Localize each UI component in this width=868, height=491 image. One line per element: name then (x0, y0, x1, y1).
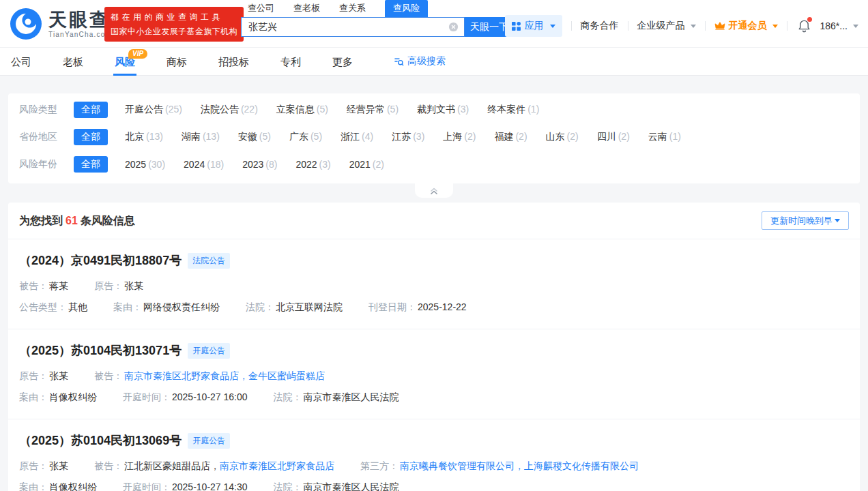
case-field: 公告类型：其他 (19, 300, 87, 314)
filter-option[interactable]: 裁判文书(3) (417, 104, 469, 116)
case-type-badge: 开庭公告 (188, 433, 230, 449)
enterprise-products-menu[interactable]: 企业级产品 (637, 20, 696, 32)
nav-item[interactable]: 专利 (280, 48, 301, 76)
filter-option[interactable]: 2024(18) (184, 159, 224, 170)
nav-item[interactable]: 更多 (332, 48, 353, 76)
filter-option-name: 2024 (184, 159, 205, 170)
filter-option[interactable]: 北京(13) (125, 131, 163, 143)
search-tabs: 查公司查老板查关系查风险 (241, 2, 514, 17)
filter-option[interactable]: 全部 (74, 102, 108, 118)
result-title-row: （2024）京0491民初18807号法院公告 (19, 252, 849, 269)
field-value-text: 蒋某 (49, 280, 68, 291)
filter-option[interactable]: 全部 (74, 129, 108, 145)
main-nav-items: 公司老板风险VIP商标招投标专利更多 (11, 48, 384, 76)
result-item: （2025）苏0104民初13071号开庭公告原告：张某被告：南京市秦淮区北野家… (8, 329, 860, 419)
divider (705, 21, 706, 31)
search-tab[interactable]: 查公司 (248, 2, 274, 17)
case-field: 案由：肖像权纠纷 (19, 480, 97, 491)
filter-option[interactable]: 2025(30) (125, 159, 165, 170)
filter-option[interactable]: 终本案件(1) (487, 104, 539, 116)
filter-option[interactable]: 全部 (74, 156, 108, 173)
business-cooperation-link[interactable]: 商务合作 (581, 20, 619, 32)
results-header: 为您找到61条风险信息 更新时间晚到早 (8, 203, 860, 239)
case-field: 开庭时间：2025-10-27 14:30 (123, 480, 248, 491)
filter-option[interactable]: 2023(8) (242, 159, 277, 170)
notifications-bell-icon[interactable] (798, 19, 811, 33)
filter-option[interactable]: 四川(2) (597, 131, 630, 143)
brand-domain: TianYanCha.com (48, 30, 112, 39)
filter-option[interactable]: 安徽(5) (238, 131, 271, 143)
main-content: 风险类型全部开庭公告(25)法院公告(22)立案信息(5)经营异常(5)裁判文书… (0, 76, 868, 491)
case-field: 开庭时间：2025-10-27 16:00 (123, 390, 248, 404)
result-item: （2025）苏0104民初13069号开庭公告原告：张某被告：江北新区豪姐甜品店… (8, 419, 860, 491)
filter-option[interactable]: 浙江(4) (341, 131, 373, 143)
filter-row: 省份地区全部北京(13)湖南(13)安徽(5)广东(5)浙江(4)江苏(3)上海… (19, 123, 849, 151)
filter-option-name: 四川 (597, 131, 616, 142)
case-field: 被告：南京市秦淮区北野家食品店，金牛区蜜屿蛋糕店 (94, 369, 325, 383)
company-link[interactable]: 南京曦冉餐饮管理有限公司，上海麒稷文化传播有限公司 (400, 460, 639, 471)
apps-menu[interactable]: 应用 (505, 15, 562, 37)
search-tab[interactable]: 查老板 (293, 2, 320, 17)
open-membership-menu[interactable]: 开通会员 (714, 20, 778, 32)
filter-option[interactable]: 经营异常(5) (347, 104, 399, 116)
filter-option[interactable]: 广东(5) (289, 131, 322, 143)
search-tab[interactable]: 查风险 (385, 0, 428, 17)
filter-option-name: 广东 (289, 131, 308, 142)
filter-option-name: 全部 (81, 104, 100, 115)
filter-option-count: (22) (241, 104, 258, 115)
filter-option-name: 浙江 (341, 131, 360, 142)
filter-option-count: (2) (373, 159, 384, 170)
nav-item[interactable]: 商标 (167, 48, 187, 76)
filter-option-count: (3) (319, 159, 331, 170)
nav-item[interactable]: 老板 (63, 48, 83, 76)
filter-option-count: (30) (148, 159, 165, 170)
filter-option[interactable]: 2021(2) (349, 159, 384, 170)
filter-option[interactable]: 云南(1) (648, 131, 681, 143)
field-label: 第三方： (360, 460, 399, 471)
collapse-filters-button[interactable] (415, 183, 453, 198)
results-panel: 为您找到61条风险信息 更新时间晚到早 （2024）京0491民初18807号法… (8, 203, 860, 491)
filter-option[interactable]: 法院公告(22) (201, 104, 258, 116)
account-menu[interactable]: 186*... (820, 20, 858, 31)
filter-option[interactable]: 湖南(13) (182, 131, 220, 143)
case-number[interactable]: （2025）苏0104民初13069号 (19, 432, 182, 449)
search-input[interactable] (241, 17, 465, 37)
sort-order-button[interactable]: 更新时间晚到早 (762, 211, 849, 230)
field-row: 案由：肖像权纠纷开庭时间：2025-10-27 14:30法院：南京市秦淮区人民… (19, 480, 849, 491)
case-number[interactable]: （2025）苏0104民初13071号 (19, 342, 182, 359)
filter-row-label: 风险类型 (19, 104, 74, 116)
case-field: 原告：张某 (94, 279, 143, 293)
nav-item[interactable]: 风险VIP (115, 48, 135, 76)
case-field: 法院：南京市秦淮区人民法院 (274, 390, 399, 404)
field-value-text: 北京互联网法院 (276, 301, 343, 312)
filter-option[interactable]: 立案信息(5) (276, 104, 328, 116)
filter-option[interactable]: 江苏(3) (392, 131, 424, 143)
filter-option-name: 安徽 (238, 131, 257, 142)
search-tab[interactable]: 查关系 (339, 2, 366, 17)
filter-option-name: 2023 (242, 159, 263, 170)
filter-option[interactable]: 2022(3) (295, 159, 330, 170)
advanced-search-link[interactable]: 高级搜索 (394, 55, 446, 68)
field-value-text: 2025-12-22 (418, 301, 467, 312)
company-link[interactable]: 南京市秦淮区北野家食品店 (220, 460, 334, 471)
case-field: 被告：蒋某 (19, 279, 68, 293)
field-row: 公告类型：其他案由：网络侵权责任纠纷法院：北京互联网法院刊登日期：2025-12… (19, 300, 849, 314)
brand-name: 天眼查 (48, 10, 112, 30)
field-value-text: 肖像权纠纷 (49, 481, 97, 491)
field-label: 被告： (19, 280, 48, 291)
case-number[interactable]: （2024）京0491民初18807号 (19, 252, 182, 269)
filter-option[interactable]: 福建(2) (494, 131, 527, 143)
filter-option-name: 裁判文书 (417, 104, 455, 115)
nav-item[interactable]: 招投标 (218, 48, 249, 76)
company-link[interactable]: 南京市秦淮区北野家食品店，金牛区蜜屿蛋糕店 (124, 370, 325, 381)
nav-item[interactable]: 公司 (11, 48, 31, 76)
filter-option[interactable]: 开庭公告(25) (125, 104, 182, 116)
field-label: 案由： (113, 301, 142, 312)
filter-option-name: 立案信息 (276, 104, 315, 115)
field-value: 蒋某 (49, 280, 68, 291)
brand-logo[interactable]: 天眼查 TianYanCha.com (10, 8, 112, 40)
filter-option[interactable]: 山东(2) (546, 131, 579, 143)
filter-option[interactable]: 上海(2) (443, 131, 476, 143)
clear-input-icon[interactable] (448, 22, 459, 32)
filter-option-count: (1) (669, 131, 681, 142)
